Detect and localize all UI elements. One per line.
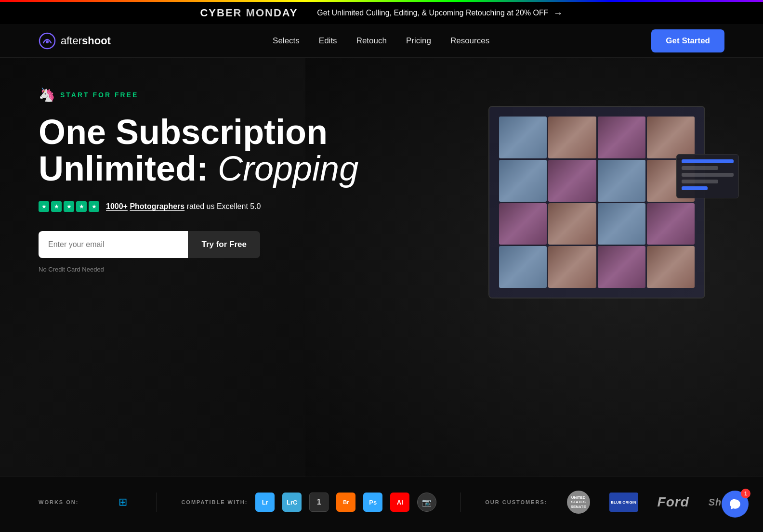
floating-panel	[676, 154, 739, 198]
photo-thumb	[499, 160, 547, 202]
nav-item-selects[interactable]: Selects	[273, 36, 300, 46]
photo-thumb	[647, 203, 695, 245]
start-for-free-label: START FOR FREE	[60, 91, 138, 99]
star-4: ★	[76, 201, 87, 212]
ai-logo: Ai	[390, 493, 409, 512]
lrc-logo: LrC	[282, 493, 302, 512]
rating-count: 1000+	[106, 202, 128, 210]
panel-item	[682, 186, 708, 190]
nav-link-pricing[interactable]: Pricing	[406, 36, 431, 45]
email-form: Try for Free	[39, 231, 260, 258]
svg-point-1	[46, 40, 49, 43]
photo-thumb	[548, 117, 596, 158]
customers-label: OUR CUSTOMERS:	[485, 499, 547, 505]
no-credit-text: No Credit Card Needed	[39, 266, 376, 273]
promo-arrow-icon[interactable]: →	[553, 8, 563, 19]
promo-banner: CYBER MONDAY Get Unlimited Culling, Edit…	[0, 2, 763, 24]
photo-thumb	[548, 246, 596, 288]
logos-bar: WORKS ON: ⊞ COMPATIBLE WITH: Lr LrC 1 Br…	[0, 477, 763, 527]
hero-title: One Subscription Unlimited: Cropping	[39, 114, 376, 187]
rating-suffix: rated us Excellent 5.0	[187, 202, 261, 210]
start-badge: 🦄 START FOR FREE	[39, 87, 376, 103]
chat-icon	[729, 498, 741, 510]
hero-title-line1: One Subscription	[39, 113, 328, 151]
photo-thumb	[548, 160, 596, 202]
us-senate-logo: UNITED STATES SENATE	[567, 491, 590, 514]
star-1: ★	[39, 201, 49, 212]
ford-logo: Ford	[658, 494, 689, 510]
unicorn-icon: 🦄	[39, 87, 55, 103]
blue-origin-logo: BLUE ORIGIN	[609, 493, 638, 512]
star-5: ★	[89, 201, 99, 212]
photo-thumb	[598, 117, 645, 158]
hero-title-line2-normal: Unlimited:	[39, 149, 208, 188]
capture-one-logo: 1	[309, 493, 329, 512]
lr-logo: Lr	[255, 493, 275, 512]
navbar: aftershoot Selects Edits Retouch Pricing…	[0, 24, 763, 58]
nav-item-pricing[interactable]: Pricing	[406, 36, 431, 46]
chat-badge: 1	[741, 489, 750, 498]
compatible-label: COMPATIBLE WITH:	[181, 499, 248, 505]
star-2: ★	[51, 201, 62, 212]
monitor-screen	[489, 107, 704, 298]
photo-thumb	[499, 117, 547, 158]
nav-link-edits[interactable]: Edits	[319, 36, 337, 45]
nav-link-retouch[interactable]: Retouch	[356, 36, 387, 45]
ps-logo: Ps	[363, 493, 382, 512]
panel-item	[682, 159, 734, 163]
rating-text: 1000+ Photographers rated us Excellent 5…	[106, 202, 261, 211]
photo-thumb	[647, 246, 695, 288]
panel-item	[682, 173, 734, 177]
photo-thumb	[548, 203, 596, 245]
compatible-with-section: COMPATIBLE WITH: Lr LrC 1 Br Ps Ai 📷	[181, 493, 461, 512]
get-started-button[interactable]: Get Started	[651, 29, 724, 52]
photo-thumb	[499, 203, 547, 245]
rating-row: ★ ★ ★ ★ ★ 1000+ Photographers rated us E…	[39, 201, 376, 212]
cyber-monday-text: CYBER MONDAY	[200, 7, 298, 19]
chat-bubble[interactable]: 1	[722, 491, 749, 518]
bridge-logo: Br	[336, 493, 355, 512]
promo-offer: Get Unlimited Culling, Editing, & Upcomi…	[317, 8, 563, 19]
panel-item	[682, 166, 718, 170]
star-3: ★	[64, 201, 74, 212]
camera-logo: 📷	[417, 493, 436, 512]
photo-thumb	[647, 117, 695, 158]
hero-section: 🦄 START FOR FREE One Subscription Unlimi…	[0, 58, 763, 477]
try-for-free-button[interactable]: Try for Free	[188, 231, 260, 258]
apple-logo	[86, 493, 105, 512]
windows-logo: ⊞	[113, 493, 132, 512]
promo-offer-text: Get Unlimited Culling, Editing, & Upcomi…	[317, 9, 548, 17]
logo[interactable]: aftershoot	[39, 32, 111, 50]
nav-links: Selects Edits Retouch Pricing Resources	[273, 36, 489, 46]
photo-thumb	[598, 203, 645, 245]
photo-thumb	[598, 246, 645, 288]
works-on-section: WORKS ON: ⊞	[39, 493, 157, 512]
photo-thumb	[499, 246, 547, 288]
hero-content: 🦄 START FOR FREE One Subscription Unlimi…	[39, 87, 376, 273]
nav-link-selects[interactable]: Selects	[273, 36, 300, 45]
email-input[interactable]	[39, 231, 188, 258]
monitor	[488, 106, 705, 298]
nav-item-edits[interactable]: Edits	[319, 36, 337, 46]
nav-item-retouch[interactable]: Retouch	[356, 36, 387, 46]
logo-icon	[39, 32, 56, 50]
panel-item	[682, 180, 718, 183]
nav-item-resources[interactable]: Resources	[450, 36, 489, 46]
star-rating: ★ ★ ★ ★ ★	[39, 201, 99, 212]
photo-thumb	[598, 160, 645, 202]
rating-photographers: Photographers	[130, 202, 184, 210]
nav-link-resources[interactable]: Resources	[450, 36, 489, 45]
hero-title-line2-italic: Cropping	[208, 149, 358, 188]
works-on-label: WORKS ON:	[39, 499, 79, 505]
logo-text: aftershoot	[61, 35, 111, 47]
